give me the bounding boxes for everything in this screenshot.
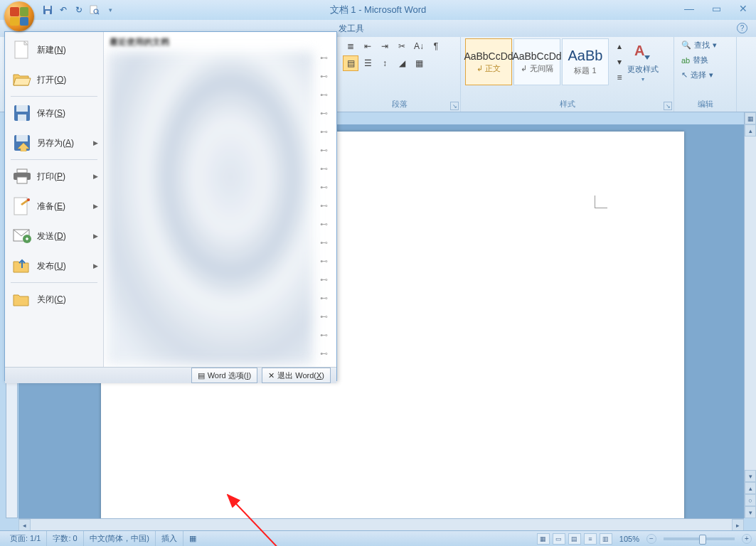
pin-icon[interactable]: ⊷ bbox=[320, 127, 328, 136]
pin-icon[interactable]: ⊷ bbox=[320, 294, 328, 303]
menu-save[interactable]: 保存(S) bbox=[6, 98, 102, 128]
find-button[interactable]: 🔍查找 ▾ bbox=[678, 38, 732, 52]
view-web[interactable]: ▤ bbox=[568, 533, 581, 545]
status-page[interactable]: 页面: 1/1 bbox=[4, 531, 47, 546]
align-center-button[interactable]: ☰ bbox=[360, 55, 376, 71]
qat-undo-button[interactable]: ↶ bbox=[57, 4, 70, 16]
sort-button[interactable]: A↓ bbox=[411, 38, 427, 54]
pin-icon[interactable]: ⊷ bbox=[320, 201, 328, 210]
style-normal[interactable]: AaBbCcDd ↲ 正文 bbox=[465, 38, 512, 85]
tab-developer[interactable]: 发工具 bbox=[339, 23, 364, 35]
paragraph-launcher[interactable]: ↘ bbox=[450, 102, 459, 110]
pin-icon[interactable]: ⊷ bbox=[320, 257, 328, 266]
menu-send[interactable]: 发送(D) ▶ bbox=[6, 221, 102, 251]
show-marks-button[interactable]: ¶ bbox=[428, 38, 444, 54]
scroll-left-button[interactable]: ◂ bbox=[18, 519, 31, 531]
view-full-reading[interactable]: ▭ bbox=[553, 533, 565, 545]
recent-item[interactable]: ⊷ bbox=[110, 104, 331, 122]
toggle-marks-button[interactable]: ✂ bbox=[394, 38, 410, 54]
office-button[interactable] bbox=[4, 1, 34, 31]
next-page-button[interactable]: ▾ bbox=[745, 506, 756, 518]
vertical-scrollbar[interactable]: ▦ ▴ ▾ ▴ ○ ▾ bbox=[744, 112, 756, 518]
borders-button[interactable]: ▦ bbox=[411, 55, 427, 71]
recent-item[interactable]: ⊷ bbox=[110, 48, 331, 67]
view-outline[interactable]: ≡ bbox=[584, 533, 597, 545]
view-draft[interactable]: ▥ bbox=[600, 533, 612, 545]
recent-item[interactable]: ⊷ bbox=[110, 159, 331, 178]
qat-redo-button[interactable]: ↻ bbox=[73, 4, 85, 16]
ruler-toggle[interactable]: ▦ bbox=[745, 112, 756, 124]
status-words[interactable]: 字数: 0 bbox=[47, 531, 83, 546]
scroll-up-button[interactable]: ▴ bbox=[745, 124, 756, 136]
recent-item[interactable]: ⊷ bbox=[110, 196, 331, 215]
qat-preview-button[interactable] bbox=[88, 4, 101, 16]
pin-icon[interactable]: ⊷ bbox=[320, 349, 328, 358]
pin-icon[interactable]: ⊷ bbox=[320, 275, 328, 284]
style-no-spacing[interactable]: AaBbCcDd ↲ 无间隔 bbox=[513, 38, 560, 85]
menu-saveas[interactable]: 另存为(A) ▶ bbox=[6, 128, 102, 158]
recent-item[interactable]: ⊷ bbox=[110, 178, 331, 196]
recent-item[interactable]: ⊷ bbox=[110, 141, 331, 159]
change-styles-button[interactable]: A 更改样式 ▾ bbox=[623, 38, 663, 84]
recent-item[interactable]: ⊷ bbox=[110, 85, 331, 104]
recent-item[interactable]: ⊷ bbox=[110, 67, 331, 85]
menu-new[interactable]: 新建(N) bbox=[6, 35, 102, 65]
recent-item[interactable]: ⊷ bbox=[110, 344, 331, 363]
select-button[interactable]: ↖选择 ▾ bbox=[678, 68, 732, 82]
align-left-button[interactable]: ▤ bbox=[343, 55, 358, 71]
menu-publish[interactable]: 发布(U) ▶ bbox=[6, 251, 102, 281]
qat-customize-button[interactable]: ▾ bbox=[104, 4, 117, 16]
shading-button[interactable]: ◢ bbox=[394, 55, 410, 71]
scroll-right-button[interactable]: ▸ bbox=[732, 519, 744, 531]
menu-prepare[interactable]: 准备(E) ▶ bbox=[6, 191, 102, 221]
pin-icon[interactable]: ⊷ bbox=[320, 53, 328, 63]
minimize-button[interactable]: — bbox=[681, 3, 698, 14]
pin-icon[interactable]: ⊷ bbox=[320, 238, 328, 247]
styles-launcher[interactable]: ↘ bbox=[664, 102, 672, 110]
recent-item[interactable]: ⊷ bbox=[110, 270, 331, 289]
menu-print[interactable]: 打印(P) ▶ bbox=[6, 161, 102, 191]
indent-increase-button[interactable]: ⇥ bbox=[377, 38, 393, 54]
exit-word-button[interactable]: ✕ 退出 Word(X) bbox=[262, 368, 331, 383]
qat-save-button[interactable] bbox=[41, 4, 54, 16]
pin-icon[interactable]: ⊷ bbox=[320, 220, 328, 229]
scroll-down-button[interactable]: ▾ bbox=[745, 470, 756, 482]
pin-icon[interactable]: ⊷ bbox=[320, 146, 328, 155]
zoom-slider[interactable] bbox=[664, 537, 735, 540]
recent-item[interactable]: ⊷ bbox=[110, 252, 331, 270]
horizontal-scrollbar[interactable]: ◂ ▸ bbox=[18, 518, 744, 530]
recent-item[interactable]: ⊷ bbox=[110, 233, 331, 252]
status-mode[interactable]: 插入 bbox=[156, 531, 183, 546]
pin-icon[interactable]: ⊷ bbox=[320, 183, 328, 192]
menu-open[interactable]: 打开(O) bbox=[6, 65, 102, 95]
pin-icon[interactable]: ⊷ bbox=[320, 312, 328, 321]
pin-icon[interactable]: ⊷ bbox=[320, 90, 328, 100]
recent-item[interactable]: ⊷ bbox=[110, 122, 331, 141]
recent-item[interactable]: ⊷ bbox=[110, 215, 331, 233]
prev-page-button[interactable]: ▴ bbox=[745, 482, 756, 494]
status-macro[interactable]: ▦ bbox=[183, 531, 202, 546]
pin-icon[interactable]: ⊷ bbox=[320, 164, 328, 173]
recent-item[interactable]: ⊷ bbox=[110, 326, 331, 344]
pin-icon[interactable]: ⊷ bbox=[320, 109, 328, 118]
pin-icon[interactable]: ⊷ bbox=[320, 72, 328, 81]
help-button[interactable]: ? bbox=[737, 23, 747, 33]
maximize-button[interactable]: ▭ bbox=[708, 3, 725, 14]
status-language[interactable]: 中文(简体，中国) bbox=[84, 531, 156, 546]
style-heading1[interactable]: AaBb 标题 1 bbox=[562, 38, 609, 85]
list-bullets-button[interactable]: ≣ bbox=[343, 38, 358, 54]
line-spacing-button[interactable]: ↕ bbox=[377, 55, 393, 71]
indent-decrease-button[interactable]: ⇤ bbox=[360, 38, 376, 54]
word-options-button[interactable]: ▤ Word 选项(I) bbox=[191, 368, 258, 383]
menu-close[interactable]: 关闭(C) bbox=[6, 284, 102, 314]
zoom-level[interactable]: 105% bbox=[619, 535, 639, 543]
close-button[interactable]: ✕ bbox=[735, 3, 752, 14]
replace-button[interactable]: ab替换 bbox=[678, 53, 732, 67]
zoom-out-button[interactable]: − bbox=[646, 534, 656, 544]
recent-item[interactable]: ⊷ bbox=[110, 307, 331, 326]
browse-object-button[interactable]: ○ bbox=[745, 494, 756, 506]
zoom-in-button[interactable]: + bbox=[742, 534, 752, 544]
view-print-layout[interactable]: ▦ bbox=[537, 533, 550, 545]
pin-icon[interactable]: ⊷ bbox=[320, 331, 328, 340]
recent-item[interactable]: ⊷ bbox=[110, 289, 331, 307]
